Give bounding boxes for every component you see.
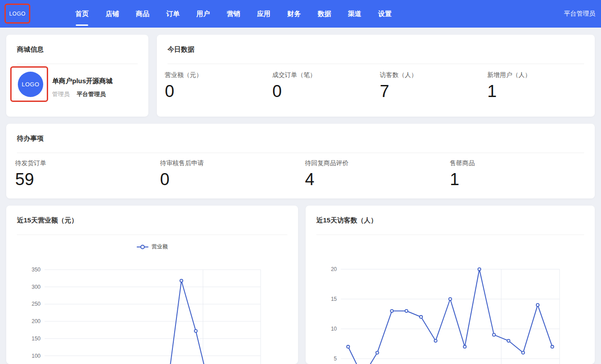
stat-value: 7 — [380, 83, 487, 100]
line-series-legend-icon — [137, 245, 148, 249]
stat-label: 待发货订单 — [15, 159, 160, 167]
nav-item-home[interactable]: 首页 — [75, 0, 89, 28]
shop-role-label: 管理员 — [52, 90, 70, 98]
stat-new-users: 新增用户（人） 1 — [487, 71, 595, 100]
annotation-box-avatar — [10, 66, 48, 102]
stat-value: 0 — [160, 171, 305, 188]
svg-text:5: 5 — [334, 356, 337, 362]
svg-text:200: 200 — [32, 318, 41, 324]
nav-item-goods[interactable]: 商品 — [136, 0, 149, 28]
stat-label: 营业额（元） — [165, 71, 272, 79]
divider — [17, 153, 584, 153]
shop-info-card: 商城信息 LOGO 单商户plus开源商城 管理员 平台管理员 — [6, 35, 148, 117]
svg-text:100: 100 — [32, 353, 41, 359]
shop-info-title: 商城信息 — [6, 35, 148, 54]
today-stats-row: 营业额（元） 0 成交订单（笔） 0 访客数（人） 7 新增用户（人） 1 — [157, 71, 595, 100]
nav-item-settings[interactable]: 设置 — [378, 0, 392, 28]
nav-item-finance[interactable]: 财务 — [287, 0, 301, 28]
nav-item-orders[interactable]: 订单 — [166, 0, 180, 28]
svg-text:350: 350 — [32, 267, 41, 273]
logo[interactable]: LOGO — [9, 11, 26, 17]
stat-value: 0 — [272, 83, 380, 100]
dashboard-page: LOGO 首页 店铺 商品 订单 用户 营销 应用 财务 数据 渠道 设置 平台… — [0, 0, 601, 364]
shop-name: 单商户plus开源商城 — [52, 77, 113, 85]
stat-pending-shipments: 待发货订单 59 — [15, 159, 160, 188]
stat-label: 访客数（人） — [380, 71, 487, 79]
stat-orders: 成交订单（笔） 0 — [272, 71, 380, 100]
visitors-chart-card: 近15天访客数（人） 2015105 — [306, 206, 595, 364]
stat-soldout-goods: 售罄商品 1 — [450, 159, 595, 188]
stat-value: 1 — [450, 171, 595, 188]
stat-label: 待审核售后申请 — [160, 159, 305, 167]
todo-card: 待办事项 待发货订单 59 待审核售后申请 0 待回复商品评价 4 售罄商品 1 — [6, 124, 595, 198]
stat-revenue: 营业额（元） 0 — [165, 71, 272, 100]
nav-item-data[interactable]: 数据 — [318, 0, 331, 28]
todo-title: 待办事项 — [6, 124, 595, 143]
revenue-chart-legend[interactable]: 营业额 — [6, 243, 298, 251]
svg-text:15: 15 — [331, 296, 337, 302]
today-data-title: 今日数据 — [157, 35, 595, 54]
shop-role-value: 平台管理员 — [77, 90, 106, 98]
stat-label: 售罄商品 — [450, 159, 595, 167]
stat-label: 待回复商品评价 — [305, 159, 450, 167]
legend-label: 营业额 — [152, 243, 168, 251]
stat-value: 1 — [487, 83, 595, 100]
nav-item-marketing[interactable]: 营销 — [227, 0, 240, 28]
stat-label: 新增用户（人） — [487, 71, 595, 79]
revenue-chart-canvas: 350300250200150100 — [6, 206, 298, 364]
svg-text:300: 300 — [32, 284, 41, 290]
svg-text:250: 250 — [32, 301, 41, 307]
today-data-card: 今日数据 营业额（元） 0 成交订单（笔） 0 访客数（人） 7 新增用户（人）… — [157, 35, 595, 117]
nav-item-shop[interactable]: 店铺 — [106, 0, 119, 28]
divider — [17, 64, 138, 64]
nav-user-menu[interactable]: 平台管理员 — [564, 0, 595, 28]
stat-pending-aftersale: 待审核售后申请 0 — [160, 159, 305, 188]
stat-pending-reviews: 待回复商品评价 4 — [305, 159, 450, 188]
nav-menu: 首页 店铺 商品 订单 用户 营销 应用 财务 数据 渠道 设置 — [75, 0, 392, 28]
visitors-chart-canvas: 2015105 — [306, 206, 595, 364]
stat-value: 4 — [305, 171, 450, 188]
svg-text:150: 150 — [32, 336, 41, 342]
divider — [168, 64, 584, 64]
nav-item-apps[interactable]: 应用 — [257, 0, 270, 28]
stat-value: 0 — [165, 83, 272, 100]
revenue-chart-card: 近15天营业额（元） 350300250200150100 营业额 — [6, 206, 298, 364]
top-nav: LOGO 首页 店铺 商品 订单 用户 营销 应用 财务 数据 渠道 设置 平台… — [0, 0, 601, 28]
stat-value: 59 — [15, 171, 160, 188]
nav-item-channel[interactable]: 渠道 — [348, 0, 361, 28]
annotation-box-logo: LOGO — [4, 4, 30, 24]
nav-item-users[interactable]: 用户 — [196, 0, 210, 28]
stat-visitors: 访客数（人） 7 — [380, 71, 487, 100]
legend-dot — [140, 245, 145, 249]
stat-label: 成交订单（笔） — [272, 71, 380, 79]
svg-text:20: 20 — [331, 266, 337, 272]
svg-text:10: 10 — [331, 326, 337, 332]
todo-stats-row: 待发货订单 59 待审核售后申请 0 待回复商品评价 4 售罄商品 1 — [6, 159, 595, 188]
